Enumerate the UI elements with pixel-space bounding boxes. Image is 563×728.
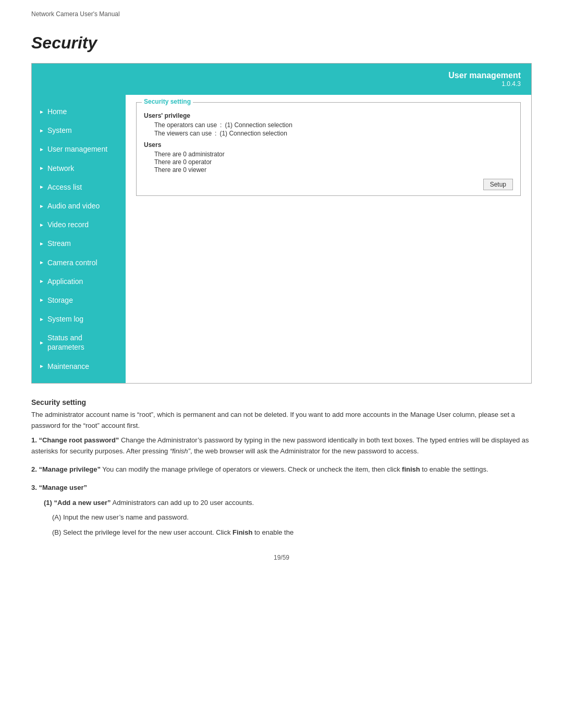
sidebar-item-label: System: [47, 126, 72, 135]
section2-num: 2.: [31, 465, 37, 473]
admin-count: There are 0 administrator: [154, 151, 513, 158]
section3-num: 3.: [31, 484, 37, 491]
ui-body: ► Home ► System ► User management ► Netw…: [32, 95, 531, 383]
arrow-icon: ►: [39, 203, 44, 209]
operator-count: There are 0 operator: [154, 158, 513, 166]
section3-sub1-text: (1) “Add a new user” Administrators can …: [44, 498, 532, 509]
security-setting-title: Security setting: [31, 398, 532, 406]
sidebar-item-label: Network: [47, 164, 74, 173]
users-section: Users There are 0 administrator There ar…: [144, 141, 513, 174]
section3-sub1-num: (1): [44, 499, 52, 507]
section1-text: 1. “Change root password” Change the Adm…: [31, 435, 532, 457]
sidebar-item-home[interactable]: ► Home: [32, 102, 126, 121]
sidebar-item-maintenance[interactable]: ► Maintenance: [32, 357, 126, 376]
page-title: Security: [31, 33, 532, 53]
sidebar-item-video-record[interactable]: ► Video record: [32, 215, 126, 234]
arrow-icon: ►: [39, 363, 44, 369]
sidebar-item-audio-video[interactable]: ► Audio and video: [32, 196, 126, 215]
users-heading: Users: [144, 141, 513, 149]
description-section: Security setting The administrator accou…: [31, 398, 532, 538]
sidebar-item-label: Home: [47, 107, 67, 116]
arrow-icon: ►: [39, 297, 44, 303]
arrow-icon: ►: [39, 127, 44, 134]
section3-sub1b: (B) Select the privilege level for the n…: [52, 527, 532, 538]
sidebar-item-network[interactable]: ► Network: [32, 159, 126, 178]
section3-heading-text: 3. “Manage user”: [31, 483, 532, 493]
ui-panel: User management 1.0.4.3 ► Home ► System …: [31, 63, 532, 384]
arrow-icon: ►: [39, 240, 44, 247]
viewer-count: There are 0 viewer: [154, 166, 513, 174]
arrow-icon: ►: [39, 108, 44, 115]
section3-sub1b-text2: to enable the: [252, 528, 293, 536]
sidebar-item-label: Camera control: [47, 258, 97, 267]
sidebar-item-system-log[interactable]: ► System log: [32, 310, 126, 328]
sidebar-item-user-management[interactable]: ► User management: [32, 140, 126, 158]
doc-header: Network Camera User's Manual: [31, 10, 532, 18]
sidebar: ► Home ► System ► User management ► Netw…: [32, 95, 126, 383]
arrow-icon: ►: [39, 259, 44, 266]
arrow-icon: ►: [39, 316, 44, 323]
panel-header: User management 1.0.4.3: [32, 64, 531, 95]
security-setting-label: Security setting: [142, 98, 193, 105]
arrow-icon: ►: [39, 183, 44, 190]
sidebar-item-stream[interactable]: ► Stream: [32, 234, 126, 253]
sidebar-item-system[interactable]: ► System: [32, 121, 126, 140]
section3: 3. “Manage user” (1) “Add a new user” Ad…: [31, 483, 532, 538]
sidebar-item-label: User management: [47, 144, 107, 154]
viewers-row: The viewers can use : (1) Connection sel…: [154, 130, 513, 137]
section3-sub1b-bold: Finish: [232, 528, 252, 536]
operators-row: The operators can use : (1) Connection s…: [154, 121, 513, 129]
app-title: User management: [42, 71, 521, 80]
sidebar-item-label: System log: [47, 314, 83, 324]
section3-sub1-text1: Administrators can add up to 20 user acc…: [113, 499, 254, 507]
sidebar-item-camera-control[interactable]: ► Camera control: [32, 253, 126, 272]
sidebar-item-label: Status and parameters: [47, 333, 118, 352]
sidebar-item-label: Audio and video: [47, 201, 100, 211]
arrow-icon: ►: [39, 339, 44, 346]
section2-text1: You can modify the manage privilege of o…: [102, 465, 402, 473]
arrow-icon: ►: [39, 221, 44, 228]
sidebar-item-label: Application: [47, 277, 83, 286]
section2: 2. “Manage privilege” You can modify the…: [31, 464, 532, 475]
section1-italic: “finish”: [170, 447, 190, 455]
sidebar-item-access-list[interactable]: ► Access list: [32, 178, 126, 196]
viewers-label: The viewers can use: [154, 130, 212, 137]
sidebar-item-label: Storage: [47, 295, 73, 305]
sidebar-item-label: Video record: [47, 220, 89, 229]
operators-label: The operators can use: [154, 121, 217, 129]
sidebar-item-label: Access list: [47, 182, 82, 192]
section2-text: 2. “Manage privilege” You can modify the…: [31, 464, 532, 475]
security-setting-box: Security setting Users' privilege The op…: [136, 102, 521, 196]
section3-sub1-heading: “Add a new user”: [54, 499, 111, 507]
section3-heading: “Manage user”: [39, 484, 87, 491]
doc-title: Network Camera User's Manual: [31, 10, 120, 18]
app-version: 1.0.4.3: [42, 80, 521, 88]
arrow-icon: ►: [39, 278, 44, 285]
section2-bold: finish: [402, 465, 420, 473]
arrow-icon: ►: [39, 165, 44, 171]
section1: 1. “Change root password” Change the Adm…: [31, 435, 532, 457]
setup-btn-row: Setup: [144, 179, 513, 190]
section3-sub1a: (A) Input the new user’s name and passwo…: [52, 512, 532, 523]
section2-heading: “Manage privilege”: [39, 465, 100, 473]
sidebar-item-storage[interactable]: ► Storage: [32, 291, 126, 310]
sidebar-item-application[interactable]: ► Application: [32, 272, 126, 291]
sidebar-item-label: Stream: [47, 239, 71, 248]
viewers-value: (1) Connection selection: [219, 130, 287, 137]
content-area: Security setting Users' privilege The op…: [126, 95, 531, 383]
section1-heading: “Change root password”: [39, 436, 119, 444]
arrow-icon: ►: [39, 146, 44, 153]
page-number: 19/59: [31, 554, 532, 561]
intro-text: The administrator account name is “root”…: [31, 410, 532, 431]
section1-text2: , the web browser will ask the Administr…: [190, 447, 419, 455]
section2-text2: to enable the settings.: [420, 465, 488, 473]
section3-sub1b-text: (B) Select the privilege level for the n…: [52, 528, 232, 536]
sidebar-item-status-params[interactable]: ► Status and parameters: [32, 328, 126, 356]
setup-button[interactable]: Setup: [483, 179, 513, 190]
users-privilege-heading: Users' privilege: [144, 112, 513, 119]
section1-num: 1.: [31, 436, 37, 444]
sidebar-item-label: Maintenance: [47, 362, 89, 371]
operators-value: (1) Connection selection: [225, 121, 292, 129]
